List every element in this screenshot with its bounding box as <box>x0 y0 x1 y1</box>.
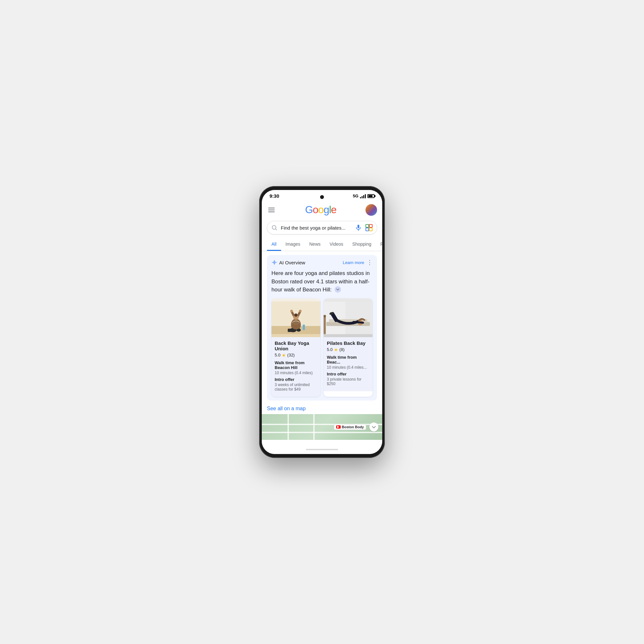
studio-name-2: Pilates Back Bay <box>327 340 369 346</box>
star-icon-2: ★ <box>334 347 338 352</box>
google-logo: Google <box>305 204 336 216</box>
studio-card-2[interactable]: Pilates Back Bay 5.0 ★ (8) Walk time fro… <box>324 298 373 397</box>
tab-personal[interactable]: Pers... <box>376 238 382 251</box>
map-road-v2 <box>313 414 315 440</box>
logo-g2: g <box>324 204 329 215</box>
pilates-scene <box>324 298 373 337</box>
chevron-down-icon <box>336 288 340 291</box>
ai-overview: AI Overview Learn more ⋮ Here are four y… <box>267 255 377 401</box>
svg-rect-34 <box>324 315 326 317</box>
rating-value-1: 5.0 <box>275 353 280 357</box>
svg-rect-5 <box>369 224 372 227</box>
signal-icon <box>360 194 366 198</box>
logo-o1: o <box>313 204 318 215</box>
yoga-scene <box>271 298 320 337</box>
search-bar[interactable]: Find the best yoga or pilates... <box>267 221 377 234</box>
youtube-play-icon <box>337 426 339 428</box>
menu-line-1 <box>268 208 275 208</box>
ai-label: AI Overview <box>279 260 305 265</box>
search-icon <box>271 224 278 231</box>
home-indicator <box>262 445 382 454</box>
lens-icon[interactable] <box>365 224 373 232</box>
studio-card-image-1 <box>271 298 320 337</box>
svg-point-22 <box>291 321 301 329</box>
ai-overview-header: AI Overview Learn more ⋮ <box>271 259 373 266</box>
map-road-v1 <box>288 414 289 440</box>
battery-icon <box>367 194 374 198</box>
signal-bar-2 <box>362 196 363 198</box>
status-time: 9:30 <box>270 193 279 199</box>
offer-value-1: 3 weeks of unlimited classes for $49 <box>275 383 317 392</box>
svg-point-14 <box>299 309 301 312</box>
filter-tabs: All Images News Videos Shopping Pers... <box>262 238 382 251</box>
youtube-icon <box>336 425 341 429</box>
map-expand-button[interactable] <box>369 422 378 431</box>
walk-label-1: Walk time from Beacon Hill <box>275 360 317 370</box>
walk-value-1: 10 minutes (0.4 miles) <box>275 371 317 375</box>
ai-diamond-icon <box>271 260 277 265</box>
see-all-map-link[interactable]: See all on a map <box>267 406 377 412</box>
review-count-2: (8) <box>339 347 345 352</box>
studio-rating-2: 5.0 ★ (8) <box>327 347 369 352</box>
logo-g: G <box>305 204 313 215</box>
walk-label-2: Walk time from Beac... <box>327 355 369 365</box>
expand-icon <box>372 425 376 429</box>
expand-button[interactable] <box>335 286 341 293</box>
status-icons: 5G <box>353 194 374 198</box>
tab-images[interactable]: Images <box>281 238 305 251</box>
svg-rect-6 <box>366 228 369 231</box>
tab-videos[interactable]: Videos <box>325 238 348 251</box>
tab-all[interactable]: All <box>267 238 281 251</box>
menu-line-3 <box>268 212 275 212</box>
walk-value-2: 10 minutes (0.4 miles... <box>327 365 369 370</box>
signal-bar-1 <box>360 197 361 198</box>
studio-card-info-2: Pilates Back Bay 5.0 ★ (8) Walk time fro… <box>324 337 373 391</box>
learn-more-link[interactable]: Learn more <box>343 260 364 265</box>
ai-description: Here are four yoga and pilates studios i… <box>271 269 373 294</box>
ai-badge: AI Overview <box>271 260 305 265</box>
ai-actions: Learn more ⋮ <box>343 259 373 266</box>
svg-rect-19 <box>303 325 305 330</box>
svg-rect-33 <box>324 315 326 334</box>
map-location-label: Boston Body <box>334 424 366 430</box>
menu-line-2 <box>268 210 275 210</box>
battery-fill <box>368 195 373 197</box>
svg-rect-7 <box>369 228 372 231</box>
studio-card-1[interactable]: Back Bay Yoga Union 5.0 ★ (32) Walk time… <box>271 298 320 397</box>
studio-card-info-1: Back Bay Yoga Union 5.0 ★ (32) Walk time… <box>271 337 320 397</box>
map-label-text: Boston Body <box>342 425 364 429</box>
logo-e: e <box>331 204 336 215</box>
network-label: 5G <box>353 194 358 198</box>
svg-point-16 <box>294 313 298 317</box>
map-road-h2 <box>262 432 382 433</box>
studio-card-image-2 <box>324 298 373 337</box>
pilates-figure-svg <box>324 298 373 337</box>
camera-notch <box>320 195 324 199</box>
signal-bar-4 <box>365 194 366 198</box>
yoga-figure-svg <box>271 298 320 337</box>
studio-rating-1: 5.0 ★ (32) <box>275 353 317 358</box>
svg-point-13 <box>290 309 293 312</box>
map-preview[interactable]: Boston Body <box>262 414 382 440</box>
phone-screen: 9:30 5G <box>262 190 382 454</box>
more-options-icon[interactable]: ⋮ <box>367 259 373 266</box>
star-icon-1: ★ <box>282 353 286 358</box>
studio-name-1: Back Bay Yoga Union <box>275 340 317 351</box>
menu-button[interactable] <box>267 206 276 213</box>
signal-bar-3 <box>363 195 364 198</box>
studio-cards: Back Bay Yoga Union 5.0 ★ (32) Walk time… <box>271 298 373 397</box>
mic-icon[interactable] <box>355 224 362 231</box>
logo-o2: o <box>318 204 324 215</box>
content-area[interactable]: Google Find the best yoga or pilates... <box>262 200 382 445</box>
offer-label-1: Intro offer <box>275 377 317 382</box>
offer-value-2: 3 private lessons for $250 <box>327 377 369 386</box>
svg-rect-20 <box>288 328 293 332</box>
tab-shopping[interactable]: Shopping <box>348 238 376 251</box>
user-avatar[interactable] <box>365 204 377 216</box>
svg-rect-2 <box>357 225 359 228</box>
svg-line-1 <box>276 229 277 230</box>
rating-value-2: 5.0 <box>327 347 333 352</box>
tab-news[interactable]: News <box>305 238 325 251</box>
svg-rect-4 <box>366 224 369 227</box>
search-query[interactable]: Find the best yoga or pilates... <box>281 225 352 231</box>
